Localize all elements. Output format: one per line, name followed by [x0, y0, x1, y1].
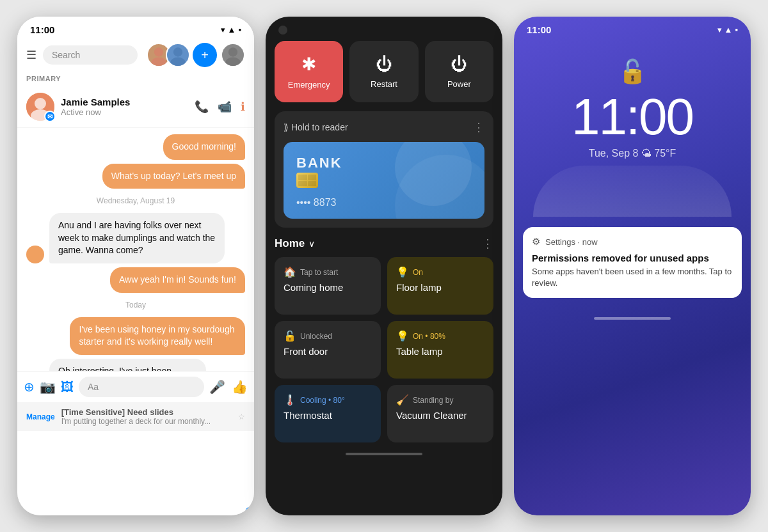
camera-icon[interactable]: 📷	[40, 379, 56, 395]
restart-label: Restart	[371, 79, 397, 89]
door-device-icon: 🔓	[284, 330, 296, 342]
star-icon[interactable]: ☆	[238, 412, 245, 421]
search-placeholder: Search	[52, 50, 80, 60]
phone2-top	[266, 17, 502, 41]
device-name: Table lamp	[396, 346, 484, 357]
message-row-in: Anu and I are having folks over next wee…	[26, 213, 245, 263]
battery-icon: ▪	[238, 25, 241, 35]
status-time: 11:00	[527, 24, 551, 35]
emergency-label: Emergency	[288, 80, 330, 90]
device-card-floor-lamp[interactable]: 💡 On Floor lamp	[387, 257, 493, 315]
phones-container: 11:00 ▾ ▲ ▪ ☰ Search	[4, 4, 764, 528]
phone1: 11:00 ▾ ▲ ▪ ☰ Search	[17, 17, 254, 515]
smarthome-chevron-icon[interactable]: ∨	[308, 239, 315, 249]
device-status: Tap to start	[300, 268, 338, 277]
smarthome-header: Home ∨ ⋮	[275, 237, 493, 251]
like-icon[interactable]: 👍	[232, 379, 248, 395]
contact-actions: 📞 📹 ℹ	[195, 100, 245, 114]
svg-point-2	[173, 47, 182, 56]
compose-button[interactable]: +	[193, 43, 217, 67]
home-indicator	[346, 453, 422, 455]
device-status: Standing by	[413, 396, 453, 405]
device-status: On	[413, 268, 423, 277]
status-icons: ▾ ▲ ▪	[221, 25, 241, 35]
avatar-2[interactable]: ✉	[166, 43, 190, 67]
notification-body: I'm putting together a deck for our mont…	[61, 417, 238, 426]
device-card-thermostat[interactable]: 🌡️ Cooling • 80° Thermostat	[275, 385, 381, 442]
contact-row[interactable]: ✉ Jamie Samples Active now 📞 📹 ℹ	[17, 86, 254, 128]
info-icon[interactable]: ℹ	[241, 100, 245, 114]
notification-bar[interactable]: Manage [Time Sensitive] Need slides I'm …	[17, 402, 254, 431]
wifi-icon: ▾	[717, 25, 722, 35]
device-card-table-lamp[interactable]: 💡 On • 80% Table lamp	[387, 321, 493, 379]
restart-button[interactable]: ⏻ Restart	[349, 41, 418, 102]
device-status: Cooling • 80°	[300, 396, 345, 405]
primary-label: PRIMARY	[17, 72, 254, 86]
image-icon[interactable]: 🖼	[61, 380, 74, 395]
message-bubble: I've been using honey in my sourdough st…	[70, 317, 245, 355]
signal-icon: ▲	[228, 25, 236, 35]
chat-input-right: 🎤 👍	[209, 379, 248, 395]
nfc-title: ⟫ Hold to reader	[284, 122, 348, 132]
svg-point-3	[170, 58, 185, 67]
power-button[interactable]: ⏻ Power	[425, 41, 493, 102]
svg-point-1	[151, 58, 166, 67]
manage-button[interactable]: Manage	[26, 412, 55, 421]
svg-point-4	[228, 47, 237, 56]
smarthome-section: Home ∨ ⋮ 🏠 Tap to start Coming home	[275, 237, 493, 442]
add-icon[interactable]: ⊕	[24, 379, 35, 395]
device-status-row: 🏠 Tap to start	[284, 266, 372, 278]
bank-name: BANK	[296, 155, 472, 171]
device-status-row: 💡 On • 80%	[396, 330, 484, 342]
notif-card-title: Permissions removed for unused apps	[532, 253, 733, 263]
lamp2-device-icon: 💡	[396, 330, 409, 342]
menu-icon[interactable]: ☰	[26, 48, 36, 62]
smarthome-more-icon[interactable]: ⋮	[482, 237, 493, 251]
device-card-vacuum[interactable]: 🧹 Standing by Vacuum Cleaner	[387, 385, 493, 442]
power-screen: ✱ Emergency ⏻ Restart ⏻ Power ⟫ Hold to …	[266, 17, 502, 515]
device-card-coming-home[interactable]: 🏠 Tap to start Coming home	[275, 257, 381, 315]
nfc-more-icon[interactable]: ⋮	[473, 120, 484, 134]
signal-icon: ▲	[724, 25, 733, 35]
device-status-row: 💡 On	[396, 266, 484, 278]
message-date: Today	[26, 301, 245, 309]
restart-icon: ⏻	[376, 54, 392, 74]
device-grid: 🏠 Tap to start Coming home 💡 On Floor la…	[275, 257, 493, 442]
messenger-header: ☰ Search ✉ +	[17, 39, 254, 72]
power-icon: ⏻	[451, 54, 467, 74]
device-status-row: 🔓 Unlocked	[284, 330, 372, 342]
messages-area: Goood morning! What's up today? Let's me…	[17, 128, 254, 371]
arch-decoration	[533, 166, 732, 217]
device-status: Unlocked	[300, 332, 332, 341]
message-bubble: Anu and I are having folks over next wee…	[49, 213, 225, 263]
emergency-button[interactable]: ✱ Emergency	[275, 41, 343, 102]
svg-point-7	[35, 98, 46, 109]
device-card-front-door[interactable]: 🔓 Unlocked Front door	[275, 321, 381, 379]
mini-avatar	[26, 246, 44, 263]
search-bar[interactable]: Search	[43, 45, 138, 65]
phone-icon[interactable]: 📞	[195, 100, 209, 114]
device-name: Coming home	[284, 282, 372, 293]
mic-icon[interactable]: 🎤	[209, 379, 225, 395]
device-name: Vacuum Cleaner	[396, 410, 484, 421]
phone2: ✱ Emergency ⏻ Restart ⏻ Power ⟫ Hold to …	[266, 17, 502, 515]
device-name: Front door	[284, 346, 372, 357]
bank-card[interactable]: BANK •••• 8873	[284, 142, 484, 219]
home-device-icon: 🏠	[284, 266, 296, 278]
contact-avatar: ✉	[26, 93, 54, 121]
lock-date: Tue, Sep 8 🌤 75°F	[514, 148, 751, 159]
notification-content: [Time Sensitive] Need slides I'm putting…	[61, 407, 238, 426]
status-bar: 11:00 ▾ ▲ ▪	[17, 17, 254, 39]
camera-dot	[278, 26, 287, 35]
video-icon[interactable]: 📹	[218, 100, 232, 114]
avatar-3[interactable]	[221, 43, 245, 67]
lockscreen: 11:00 ▾ ▲ ▪ 🔓 11:00 Tue, Sep 8 🌤 75°F ⚙	[514, 17, 751, 515]
contact-info: Jamie Samples Active now	[61, 97, 195, 117]
smarthome-title-row: Home ∨	[275, 237, 315, 250]
avatar-row: ✉ +	[144, 43, 245, 67]
notification-card[interactable]: ⚙ Settings · now Permissions removed for…	[523, 227, 742, 298]
device-name: Thermostat	[284, 410, 372, 421]
chat-input[interactable]: Aa	[79, 377, 204, 397]
message-bubble: Aww yeah I'm in! Sounds fun!	[110, 267, 245, 293]
device-status-row: 🧹 Standing by	[396, 394, 484, 406]
